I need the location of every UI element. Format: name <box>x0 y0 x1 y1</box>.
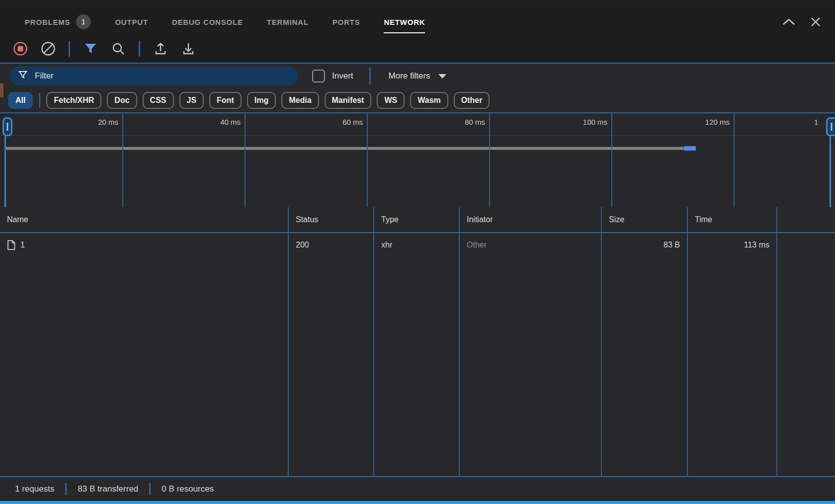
overview-right-handle[interactable] <box>826 117 835 136</box>
request-row-status[interactable]: 200 <box>289 233 373 257</box>
clear-icon[interactable] <box>41 41 56 56</box>
type-chip-all[interactable]: All <box>8 92 33 109</box>
tab-network[interactable]: NETWORK <box>384 9 425 35</box>
panel-controls <box>782 9 821 35</box>
request-row-name[interactable]: 1 <box>0 233 288 257</box>
timeline-tick-100-ms: 100 ms <box>553 118 607 126</box>
export-har-icon[interactable] <box>181 41 196 56</box>
type-chip-other[interactable]: Other <box>454 92 490 109</box>
tab-problems[interactable]: PROBLEMS1 <box>25 9 91 35</box>
column-header-time[interactable]: Time <box>688 207 777 232</box>
problems-badge: 1 <box>76 14 91 29</box>
tab-ports[interactable]: PORTS <box>333 9 360 35</box>
toolbar-separator <box>139 41 140 57</box>
table-column-initiator: Other <box>460 233 602 477</box>
ruler-divider <box>0 135 835 136</box>
type-filter-chips: AllFetch/XHRDocCSSJSFontImgMediaManifest… <box>0 88 835 112</box>
type-chip-fetch-xhr[interactable]: Fetch/XHR <box>46 92 101 109</box>
type-chip-font[interactable]: Font <box>209 92 242 109</box>
waterfall-bar-gray <box>5 147 684 150</box>
import-har-icon[interactable] <box>153 41 168 56</box>
type-chip-doc[interactable]: Doc <box>107 92 137 109</box>
table-column-type: xhr <box>374 233 460 477</box>
requests-table-header: NameStatusTypeInitiatorSizeTime <box>0 207 835 233</box>
type-chip-media[interactable]: Media <box>281 92 319 109</box>
body-gutter <box>777 233 835 477</box>
overview-ruler-marker <box>0 84 3 97</box>
invert-label: Invert <box>332 71 353 81</box>
invert-checkbox[interactable] <box>312 70 325 83</box>
timeline-gridline <box>122 113 123 207</box>
more-filters-label: More filters <box>389 71 430 81</box>
type-chip-manifest[interactable]: Manifest <box>325 92 372 109</box>
close-icon[interactable] <box>810 16 821 27</box>
filter-input-pill[interactable] <box>10 67 298 85</box>
request-row-initiator[interactable]: Other <box>460 233 601 257</box>
timeline-overview: 1 20 ms40 ms60 ms80 ms100 ms120 ms <box>0 112 835 207</box>
timeline-tick-120-ms: 120 ms <box>675 118 730 126</box>
filter-row: Invert More filters <box>0 64 835 88</box>
panel-tabs: PROBLEMS1OUTPUTDEBUG CONSOLETERMINALPORT… <box>25 9 449 35</box>
status-item-1-requests: 1 requests <box>15 484 54 494</box>
search-icon[interactable] <box>111 41 126 56</box>
timeline-tick-60-ms: 60 ms <box>308 118 363 126</box>
type-chip-css[interactable]: CSS <box>143 92 174 109</box>
tab-label: TERMINAL <box>267 18 309 26</box>
table-column-status: 200 <box>289 233 374 477</box>
column-header-type[interactable]: Type <box>374 207 460 232</box>
panel-tabbar: PROBLEMS1OUTPUTDEBUG CONSOLETERMINALPORT… <box>0 9 835 35</box>
funnel-icon <box>18 70 28 82</box>
request-row-time[interactable]: 113 ms <box>688 233 776 257</box>
type-chip-ws[interactable]: WS <box>377 92 405 109</box>
table-column-time: 113 ms <box>688 233 777 477</box>
record-icon[interactable] <box>13 41 28 56</box>
timeline-tick-80-ms: 80 ms <box>430 118 485 126</box>
more-filters-button[interactable]: More filters <box>389 71 446 81</box>
status-item-0-b-resources: 0 B resources <box>162 484 214 494</box>
tab-output[interactable]: OUTPUT <box>115 9 148 35</box>
chip-separator <box>39 93 40 108</box>
header-gutter <box>777 207 835 232</box>
request-row-type[interactable]: xhr <box>374 233 459 257</box>
request-row-size[interactable]: 83 B <box>602 233 687 257</box>
type-chip-wasm[interactable]: Wasm <box>410 92 448 109</box>
caret-down-icon <box>438 74 446 79</box>
filter-funnel-icon[interactable] <box>83 41 98 56</box>
column-header-initiator[interactable]: Initiator <box>460 207 602 232</box>
chevron-up-icon[interactable] <box>782 18 795 26</box>
tab-label: DEBUG CONSOLE <box>172 18 243 26</box>
status-item-83-b-transferred: 83 B transferred <box>78 484 138 494</box>
status-separator <box>65 483 67 495</box>
tab-label: PORTS <box>333 18 360 26</box>
network-statusbar: 1 requests83 B transferred0 B resources <box>0 476 835 501</box>
column-header-name[interactable]: Name <box>0 207 289 232</box>
overview-right-edge <box>830 136 831 207</box>
tab-label: OUTPUT <box>115 18 148 26</box>
column-header-status[interactable]: Status <box>289 207 374 232</box>
timeline-gridline <box>489 113 490 207</box>
timeline-tick-20-ms: 20 ms <box>64 118 118 126</box>
timeline-gridline <box>611 113 612 207</box>
table-column-size: 83 B <box>602 233 688 477</box>
table-column-name: 1 <box>0 233 289 477</box>
tab-debug-console[interactable]: DEBUG CONSOLE <box>172 9 243 35</box>
panel-bottom-accent <box>0 501 835 504</box>
network-panel: 20// const yourMMKVStorage = new MMKV();… <box>0 0 835 504</box>
waterfall-bar-blue <box>684 146 696 151</box>
column-header-size[interactable]: Size <box>602 207 688 232</box>
tab-label: NETWORK <box>384 18 425 26</box>
overview-left-handle[interactable] <box>2 117 12 136</box>
timeline-gridline <box>367 113 368 207</box>
timeline-gridline <box>734 113 735 207</box>
request-name-label: 1 <box>20 241 25 250</box>
type-chip-js[interactable]: JS <box>179 92 204 109</box>
toolbar-separator <box>69 41 70 57</box>
editor-strip: 20// const yourMMKVStorage = new MMKV(); <box>0 0 835 10</box>
tab-terminal[interactable]: TERMINAL <box>267 9 309 35</box>
filter-input[interactable] <box>34 71 290 82</box>
requests-table-body: 1200xhrOther83 B113 ms <box>0 233 835 477</box>
network-content: Invert More filters AllFetch/XHRDocCSSJS… <box>0 63 835 476</box>
file-icon <box>7 240 15 250</box>
timeline-gridline <box>245 113 246 207</box>
type-chip-img[interactable]: Img <box>247 92 276 109</box>
